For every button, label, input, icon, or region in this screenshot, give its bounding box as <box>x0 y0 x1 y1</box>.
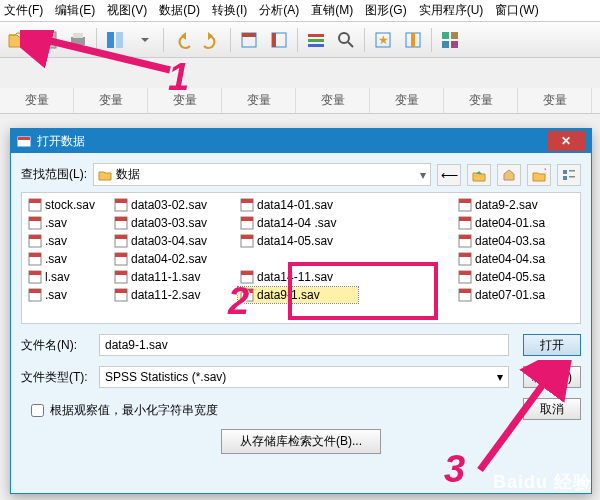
list-item-selected[interactable]: data9-1.sav <box>238 287 358 303</box>
undo-button[interactable] <box>168 26 196 54</box>
variables-button[interactable] <box>302 26 330 54</box>
dialog-title: 打开数据 <box>37 133 547 150</box>
list-item[interactable]: data03-03.sav <box>112 215 232 231</box>
goto-button[interactable] <box>235 26 263 54</box>
menu-data[interactable]: 数据(D) <box>159 2 200 19</box>
dropdown-icon[interactable] <box>131 26 159 54</box>
svg-rect-46 <box>115 235 127 239</box>
file-list[interactable]: stock.sav .sav .sav .sav l.sav .sav data… <box>21 192 581 324</box>
dialog-titlebar: 打开数据 ✕ <box>11 129 591 153</box>
goto2-button[interactable] <box>265 26 293 54</box>
up-button[interactable] <box>467 164 491 186</box>
new-folder-button[interactable]: ★ <box>527 164 551 186</box>
find-button[interactable] <box>332 26 360 54</box>
retrieve-button[interactable]: 从存储库检索文件(B)... <box>221 429 381 454</box>
svg-rect-28 <box>569 176 575 178</box>
list-item[interactable]: .sav <box>26 287 106 303</box>
menu-direct[interactable]: 直销(M) <box>311 2 353 19</box>
print-button[interactable] <box>64 26 92 54</box>
col-header[interactable]: 变量 <box>518 88 592 113</box>
svg-rect-52 <box>115 289 127 293</box>
svg-rect-32 <box>29 217 41 221</box>
svg-rect-1 <box>43 33 53 39</box>
col-header[interactable]: 变量 <box>148 88 222 113</box>
filetype-label: 文件类型(T): <box>21 369 91 386</box>
redo-button[interactable] <box>198 26 226 54</box>
list-item[interactable]: data03-04.sav <box>112 233 232 249</box>
list-item[interactable]: data11-2.sav <box>112 287 232 303</box>
filetype-value: SPSS Statistics (*.sav) <box>105 370 226 384</box>
col-header[interactable]: 变量 <box>0 88 74 113</box>
col-header[interactable]: 变量 <box>222 88 296 113</box>
svg-rect-44 <box>115 217 127 221</box>
menu-graph[interactable]: 图形(G) <box>365 2 406 19</box>
list-item[interactable]: data14-11.sav <box>238 269 358 285</box>
filename-input[interactable] <box>99 334 509 356</box>
col-header[interactable]: 变量 <box>296 88 370 113</box>
svg-text:★: ★ <box>543 168 546 177</box>
open-file-button[interactable] <box>4 26 32 54</box>
svg-rect-58 <box>241 235 253 239</box>
col-header[interactable]: 变量 <box>74 88 148 113</box>
svg-rect-74 <box>459 289 471 293</box>
cancel-button[interactable]: 取消 <box>523 398 581 420</box>
col-header[interactable]: 变量 <box>370 88 444 113</box>
list-item[interactable]: date04-04.sa <box>456 251 576 267</box>
list-item[interactable]: data11-1.sav <box>112 269 232 285</box>
open-data-dialog: 打开数据 ✕ 查找范围(L): 数据 ▾ ⟵ ★ stock.sav .sav … <box>10 128 592 494</box>
menu-view[interactable]: 视图(V) <box>107 2 147 19</box>
svg-rect-20 <box>442 41 449 48</box>
insert-var-button[interactable] <box>399 26 427 54</box>
svg-rect-27 <box>563 176 567 180</box>
close-button[interactable]: ✕ <box>547 131 585 151</box>
split-button[interactable] <box>436 26 464 54</box>
menu-edit[interactable]: 编辑(E) <box>55 2 95 19</box>
list-item[interactable]: date04-05.sa <box>456 269 576 285</box>
svg-rect-42 <box>115 199 127 203</box>
look-in-dropdown[interactable]: 数据 ▾ <box>93 163 431 186</box>
menu-window[interactable]: 窗口(W) <box>495 2 538 19</box>
insert-case-button[interactable]: ★ <box>369 26 397 54</box>
list-item[interactable]: data14-01.sav <box>238 197 358 213</box>
svg-rect-12 <box>308 44 324 47</box>
save-button[interactable] <box>34 26 62 54</box>
minimize-width-checkbox[interactable] <box>31 404 44 417</box>
paste-button[interactable]: 粘贴(P) <box>523 366 581 388</box>
svg-rect-7 <box>242 33 256 37</box>
list-item[interactable]: data14-05.sav <box>238 233 358 249</box>
menu-analyze[interactable]: 分析(A) <box>259 2 299 19</box>
open-button[interactable]: 打开 <box>523 334 581 356</box>
list-item[interactable]: .sav <box>26 215 106 231</box>
svg-rect-21 <box>451 41 458 48</box>
list-item[interactable]: .sav <box>26 251 106 267</box>
list-item[interactable]: date07-01.sa <box>456 287 576 303</box>
list-item[interactable]: data9-2.sav <box>456 197 576 213</box>
filetype-dropdown[interactable]: SPSS Statistics (*.sav) ▾ <box>99 366 509 388</box>
list-item[interactable]: stock.sav <box>26 197 106 213</box>
menu-file[interactable]: 文件(F) <box>4 2 43 19</box>
menu-util[interactable]: 实用程序(U) <box>419 2 484 19</box>
back-button[interactable]: ⟵ <box>437 164 461 186</box>
view-menu-button[interactable] <box>557 164 581 186</box>
svg-rect-36 <box>29 253 41 257</box>
dialog-icon <box>17 134 31 148</box>
svg-rect-50 <box>115 271 127 275</box>
menu-transform[interactable]: 转换(I) <box>212 2 247 19</box>
list-item[interactable]: .sav <box>26 233 106 249</box>
list-item[interactable]: l.sav <box>26 269 106 285</box>
col-header[interactable]: 变量 <box>444 88 518 113</box>
list-item[interactable]: data03-02.sav <box>112 197 232 213</box>
svg-rect-3 <box>73 33 83 38</box>
list-item[interactable]: data14-04 .sav <box>238 215 358 231</box>
svg-rect-19 <box>451 32 458 39</box>
menu-bar: 文件(F) 编辑(E) 视图(V) 数据(D) 转换(I) 分析(A) 直销(M… <box>0 0 600 22</box>
home-button[interactable] <box>497 164 521 186</box>
list-item[interactable]: data04-02.sav <box>112 251 232 267</box>
list-item[interactable]: date04-03.sa <box>456 233 576 249</box>
svg-rect-38 <box>29 271 41 275</box>
svg-rect-66 <box>459 217 471 221</box>
data-view-button[interactable] <box>101 26 129 54</box>
svg-rect-17 <box>411 33 415 47</box>
list-item[interactable]: date04-01.sa <box>456 215 576 231</box>
svg-rect-26 <box>569 170 575 172</box>
